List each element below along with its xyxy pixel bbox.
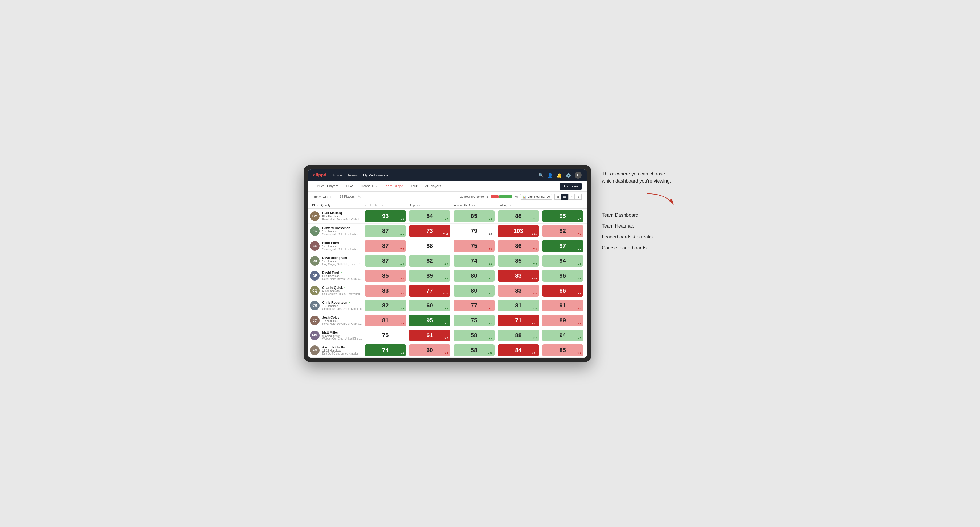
avatar[interactable]: U	[575, 171, 582, 179]
nav-link-myperformance[interactable]: My Performance	[363, 173, 388, 177]
sub-nav-tour[interactable]: Tour	[407, 181, 421, 191]
score-cell-player-quality: 873	[365, 240, 406, 252]
up-arrow-icon	[488, 262, 491, 265]
player-details: Matt Miller6-10 HandicapWoburn Golf Club…	[322, 330, 363, 340]
down-arrow-icon	[531, 277, 534, 280]
player-details: Chris Robertson✓1-5 HandicapCraigmillar …	[322, 301, 362, 310]
score-cell-approach: 799	[453, 225, 495, 237]
down-arrow-icon	[444, 337, 447, 340]
up-arrow-icon	[488, 218, 491, 221]
score-cell-approach: 803	[453, 270, 495, 282]
score-change: 2	[533, 337, 537, 340]
down-arrow-icon	[400, 292, 402, 295]
player-club: Sunningdale Golf Club, United Kingdom	[322, 233, 363, 236]
score-value: 81	[515, 302, 522, 309]
up-arrow-icon	[488, 337, 491, 340]
sub-nav-teamclippd[interactable]: Team Clippd	[380, 181, 407, 191]
score-change: 1	[488, 292, 492, 295]
player-details: Elliot Ebert1-5 HandicapSunningdale Golf…	[322, 241, 363, 251]
player-club: Craigmillar Park, United Kingdom	[322, 307, 362, 310]
export-button[interactable]: ↓	[575, 194, 582, 200]
score-value: 95	[560, 213, 566, 220]
score-value: 75	[471, 317, 477, 324]
up-arrow-icon	[577, 262, 579, 265]
score-change: 3	[577, 307, 581, 310]
table-row[interactable]: BMBlair McHargPlus HandicapRoyal North D…	[308, 209, 587, 224]
last-rounds-button[interactable]: 📊 Last Rounds: 20	[520, 194, 552, 200]
player-handicap: 11-15 Handicap	[322, 349, 360, 352]
score-value: 58	[471, 347, 477, 354]
score-cell-off-tee: 824	[409, 255, 450, 267]
col-putting: Putting →	[496, 202, 540, 208]
search-icon[interactable]: 🔍	[538, 173, 544, 178]
change-plus: +5	[514, 195, 518, 198]
down-arrow-icon	[443, 292, 445, 295]
bar-green	[499, 195, 512, 198]
up-arrow-icon	[400, 218, 402, 221]
score-cell-player-quality: 874	[365, 255, 406, 267]
score-cell-around-green: 8421	[498, 344, 539, 356]
list-view-button[interactable]: ≡	[568, 194, 575, 200]
table-row[interactable]: DFDavid Ford✓Plus HandicapRoyal North De…	[308, 268, 587, 283]
add-team-button[interactable]: Add Team	[560, 183, 582, 190]
player-handicap: 1-5 Handicap	[322, 230, 363, 233]
grid-view-button[interactable]: ⊞	[554, 194, 561, 200]
score-cell-putting: 959	[542, 210, 583, 222]
score-value: 87	[382, 243, 388, 249]
score-value: 60	[426, 302, 433, 309]
player-name: Elliot Ebert	[322, 241, 363, 245]
score-change: 6	[533, 292, 537, 295]
edit-icon[interactable]: ✎	[358, 195, 361, 199]
score-value: 96	[560, 272, 566, 279]
nav-link-teams[interactable]: Teams	[347, 173, 358, 177]
tablet-screen: clippd Home Teams My Performance 🔍 👤 🔔 ⚙…	[308, 169, 587, 358]
bell-icon[interactable]: 🔔	[557, 173, 562, 178]
table-row[interactable]: EEElliot Ebert1-5 HandicapSunningdale Go…	[308, 238, 587, 253]
verified-icon: ✓	[348, 301, 350, 304]
score-value: 93	[382, 213, 388, 220]
player-info: MMMatt Miller6-10 HandicapWoburn Golf Cl…	[310, 329, 363, 342]
table-row[interactable]: DBDave Billingham1-5 HandicapGog Magog G…	[308, 253, 587, 268]
score-value: 94	[560, 257, 566, 264]
down-arrow-icon	[488, 307, 491, 310]
score-value: 87	[382, 257, 388, 264]
annotation-item-1: Team Heatmap	[602, 223, 676, 229]
table-row[interactable]: CRChris Robertson✓1-5 HandicapCraigmilla…	[308, 298, 587, 313]
sub-nav-allplayers[interactable]: All Players	[421, 181, 445, 191]
sub-nav-hcaps[interactable]: Hcaps 1-5	[357, 181, 380, 191]
player-details: Edward Crossman1-5 HandicapSunningdale G…	[322, 226, 363, 236]
player-name: Aaron Nicholls	[322, 346, 360, 349]
score-value: 89	[426, 272, 433, 279]
score-cell-putting: 943	[542, 330, 583, 341]
table-row[interactable]: JCJosh Coles1-5 HandicapRoyal North Devo…	[308, 313, 587, 328]
sub-nav-pgat[interactable]: PGAT Players	[313, 181, 342, 191]
avatar: BM	[310, 211, 320, 221]
score-change: 3	[400, 277, 404, 280]
player-club: Drift Golf Club, United Kingdom	[322, 352, 360, 355]
nav-icons: 🔍 👤 🔔 ⚙️ U	[538, 171, 582, 179]
table-row[interactable]: MMMatt Miller6-10 HandicapWoburn Golf Cl…	[308, 328, 587, 343]
sub-nav-pga[interactable]: PGA	[342, 181, 357, 191]
table-row[interactable]: CQCharlie Quick✓6-10 HandicapSt. George'…	[308, 283, 587, 298]
score-cell-approach: 773	[453, 300, 495, 311]
player-name: Matt Miller	[322, 330, 363, 334]
score-value: 86	[515, 243, 522, 249]
player-details: Charlie Quick✓6-10 HandicapSt. George's …	[322, 286, 363, 295]
score-value: 61	[426, 332, 433, 339]
settings-icon[interactable]: ⚙️	[566, 173, 571, 178]
avatar: EE	[310, 241, 320, 251]
up-arrow-icon	[400, 233, 402, 235]
score-cell-off-tee: 846	[409, 210, 450, 222]
user-icon[interactable]: 👤	[547, 173, 553, 178]
heatmap-view-button[interactable]: ▦	[562, 194, 568, 200]
score-change: 3	[533, 262, 537, 265]
nav-link-home[interactable]: Home	[333, 173, 342, 177]
score-change: 14	[443, 292, 448, 295]
score-cell-player-quality: 75	[365, 330, 406, 341]
player-handicap: 1-5 Handicap	[322, 319, 363, 322]
table-row[interactable]: ANAaron Nicholls11-15 HandicapDrift Golf…	[308, 343, 587, 358]
player-details: Aaron Nicholls11-15 HandicapDrift Golf C…	[322, 346, 360, 355]
table-row[interactable]: ECEdward Crossman1-5 HandicapSunningdale…	[308, 224, 587, 238]
col-around-green: Around the Green →	[452, 202, 496, 208]
player-info: DFDavid Ford✓Plus HandicapRoyal North De…	[310, 269, 363, 282]
